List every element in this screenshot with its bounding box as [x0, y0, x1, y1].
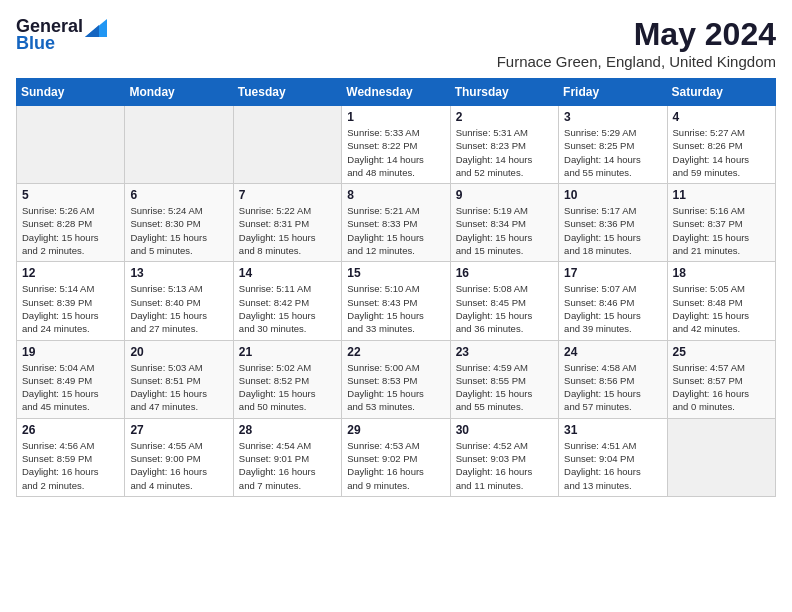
table-row: [667, 418, 775, 496]
day-info: Sunrise: 5:24 AM Sunset: 8:30 PM Dayligh…: [130, 204, 227, 257]
day-number: 22: [347, 345, 444, 359]
day-number: 15: [347, 266, 444, 280]
table-row: 5Sunrise: 5:26 AM Sunset: 8:28 PM Daylig…: [17, 184, 125, 262]
day-info: Sunrise: 5:29 AM Sunset: 8:25 PM Dayligh…: [564, 126, 661, 179]
table-row: 25Sunrise: 4:57 AM Sunset: 8:57 PM Dayli…: [667, 340, 775, 418]
day-info: Sunrise: 5:17 AM Sunset: 8:36 PM Dayligh…: [564, 204, 661, 257]
calendar-body: 1Sunrise: 5:33 AM Sunset: 8:22 PM Daylig…: [17, 106, 776, 497]
day-info: Sunrise: 5:08 AM Sunset: 8:45 PM Dayligh…: [456, 282, 553, 335]
day-info: Sunrise: 5:33 AM Sunset: 8:22 PM Dayligh…: [347, 126, 444, 179]
table-row: 9Sunrise: 5:19 AM Sunset: 8:34 PM Daylig…: [450, 184, 558, 262]
table-row: 19Sunrise: 5:04 AM Sunset: 8:49 PM Dayli…: [17, 340, 125, 418]
logo-blue-text: Blue: [16, 33, 55, 54]
day-number: 21: [239, 345, 336, 359]
logo: General Blue: [16, 16, 107, 54]
day-info: Sunrise: 5:31 AM Sunset: 8:23 PM Dayligh…: [456, 126, 553, 179]
table-row: 2Sunrise: 5:31 AM Sunset: 8:23 PM Daylig…: [450, 106, 558, 184]
day-info: Sunrise: 4:55 AM Sunset: 9:00 PM Dayligh…: [130, 439, 227, 492]
table-row: 20Sunrise: 5:03 AM Sunset: 8:51 PM Dayli…: [125, 340, 233, 418]
calendar-week-row: 19Sunrise: 5:04 AM Sunset: 8:49 PM Dayli…: [17, 340, 776, 418]
day-info: Sunrise: 4:57 AM Sunset: 8:57 PM Dayligh…: [673, 361, 770, 414]
day-number: 27: [130, 423, 227, 437]
table-row: 18Sunrise: 5:05 AM Sunset: 8:48 PM Dayli…: [667, 262, 775, 340]
calendar-week-row: 5Sunrise: 5:26 AM Sunset: 8:28 PM Daylig…: [17, 184, 776, 262]
day-info: Sunrise: 5:04 AM Sunset: 8:49 PM Dayligh…: [22, 361, 119, 414]
title-section: May 2024 Furnace Green, England, United …: [497, 16, 776, 70]
table-row: 16Sunrise: 5:08 AM Sunset: 8:45 PM Dayli…: [450, 262, 558, 340]
day-info: Sunrise: 4:59 AM Sunset: 8:55 PM Dayligh…: [456, 361, 553, 414]
day-info: Sunrise: 4:51 AM Sunset: 9:04 PM Dayligh…: [564, 439, 661, 492]
table-row: 14Sunrise: 5:11 AM Sunset: 8:42 PM Dayli…: [233, 262, 341, 340]
day-number: 13: [130, 266, 227, 280]
table-row: 15Sunrise: 5:10 AM Sunset: 8:43 PM Dayli…: [342, 262, 450, 340]
day-number: 7: [239, 188, 336, 202]
day-info: Sunrise: 4:54 AM Sunset: 9:01 PM Dayligh…: [239, 439, 336, 492]
day-info: Sunrise: 5:19 AM Sunset: 8:34 PM Dayligh…: [456, 204, 553, 257]
day-number: 6: [130, 188, 227, 202]
table-row: 30Sunrise: 4:52 AM Sunset: 9:03 PM Dayli…: [450, 418, 558, 496]
header-friday: Friday: [559, 79, 667, 106]
calendar-header: Sunday Monday Tuesday Wednesday Thursday…: [17, 79, 776, 106]
day-info: Sunrise: 5:21 AM Sunset: 8:33 PM Dayligh…: [347, 204, 444, 257]
calendar-week-row: 26Sunrise: 4:56 AM Sunset: 8:59 PM Dayli…: [17, 418, 776, 496]
table-row: 1Sunrise: 5:33 AM Sunset: 8:22 PM Daylig…: [342, 106, 450, 184]
svg-marker-1: [85, 25, 99, 37]
day-number: 19: [22, 345, 119, 359]
table-row: 4Sunrise: 5:27 AM Sunset: 8:26 PM Daylig…: [667, 106, 775, 184]
day-info: Sunrise: 5:07 AM Sunset: 8:46 PM Dayligh…: [564, 282, 661, 335]
day-number: 10: [564, 188, 661, 202]
day-info: Sunrise: 5:14 AM Sunset: 8:39 PM Dayligh…: [22, 282, 119, 335]
table-row: 29Sunrise: 4:53 AM Sunset: 9:02 PM Dayli…: [342, 418, 450, 496]
table-row: 21Sunrise: 5:02 AM Sunset: 8:52 PM Dayli…: [233, 340, 341, 418]
table-row: 24Sunrise: 4:58 AM Sunset: 8:56 PM Dayli…: [559, 340, 667, 418]
day-number: 8: [347, 188, 444, 202]
day-number: 26: [22, 423, 119, 437]
header-saturday: Saturday: [667, 79, 775, 106]
table-row: 31Sunrise: 4:51 AM Sunset: 9:04 PM Dayli…: [559, 418, 667, 496]
day-info: Sunrise: 5:26 AM Sunset: 8:28 PM Dayligh…: [22, 204, 119, 257]
day-info: Sunrise: 5:13 AM Sunset: 8:40 PM Dayligh…: [130, 282, 227, 335]
day-number: 25: [673, 345, 770, 359]
day-info: Sunrise: 4:56 AM Sunset: 8:59 PM Dayligh…: [22, 439, 119, 492]
day-number: 4: [673, 110, 770, 124]
table-row: 27Sunrise: 4:55 AM Sunset: 9:00 PM Dayli…: [125, 418, 233, 496]
day-number: 11: [673, 188, 770, 202]
table-row: 23Sunrise: 4:59 AM Sunset: 8:55 PM Dayli…: [450, 340, 558, 418]
header-sunday: Sunday: [17, 79, 125, 106]
table-row: 13Sunrise: 5:13 AM Sunset: 8:40 PM Dayli…: [125, 262, 233, 340]
table-row: 3Sunrise: 5:29 AM Sunset: 8:25 PM Daylig…: [559, 106, 667, 184]
day-number: 28: [239, 423, 336, 437]
day-number: 29: [347, 423, 444, 437]
day-info: Sunrise: 4:52 AM Sunset: 9:03 PM Dayligh…: [456, 439, 553, 492]
calendar-week-row: 12Sunrise: 5:14 AM Sunset: 8:39 PM Dayli…: [17, 262, 776, 340]
day-info: Sunrise: 5:16 AM Sunset: 8:37 PM Dayligh…: [673, 204, 770, 257]
table-row: 12Sunrise: 5:14 AM Sunset: 8:39 PM Dayli…: [17, 262, 125, 340]
location-subtitle: Furnace Green, England, United Kingdom: [497, 53, 776, 70]
table-row: [233, 106, 341, 184]
day-number: 23: [456, 345, 553, 359]
day-number: 12: [22, 266, 119, 280]
header-monday: Monday: [125, 79, 233, 106]
days-header-row: Sunday Monday Tuesday Wednesday Thursday…: [17, 79, 776, 106]
day-number: 1: [347, 110, 444, 124]
day-number: 14: [239, 266, 336, 280]
day-number: 2: [456, 110, 553, 124]
day-number: 24: [564, 345, 661, 359]
table-row: 7Sunrise: 5:22 AM Sunset: 8:31 PM Daylig…: [233, 184, 341, 262]
day-number: 31: [564, 423, 661, 437]
calendar-table: Sunday Monday Tuesday Wednesday Thursday…: [16, 78, 776, 497]
table-row: 10Sunrise: 5:17 AM Sunset: 8:36 PM Dayli…: [559, 184, 667, 262]
table-row: 22Sunrise: 5:00 AM Sunset: 8:53 PM Dayli…: [342, 340, 450, 418]
table-row: 11Sunrise: 5:16 AM Sunset: 8:37 PM Dayli…: [667, 184, 775, 262]
day-info: Sunrise: 5:27 AM Sunset: 8:26 PM Dayligh…: [673, 126, 770, 179]
table-row: 8Sunrise: 5:21 AM Sunset: 8:33 PM Daylig…: [342, 184, 450, 262]
day-info: Sunrise: 5:10 AM Sunset: 8:43 PM Dayligh…: [347, 282, 444, 335]
day-info: Sunrise: 4:53 AM Sunset: 9:02 PM Dayligh…: [347, 439, 444, 492]
logo-icon: [85, 19, 107, 37]
day-number: 17: [564, 266, 661, 280]
table-row: 17Sunrise: 5:07 AM Sunset: 8:46 PM Dayli…: [559, 262, 667, 340]
day-info: Sunrise: 5:03 AM Sunset: 8:51 PM Dayligh…: [130, 361, 227, 414]
day-info: Sunrise: 5:00 AM Sunset: 8:53 PM Dayligh…: [347, 361, 444, 414]
header: General Blue May 2024 Furnace Green, Eng…: [16, 16, 776, 70]
day-number: 18: [673, 266, 770, 280]
